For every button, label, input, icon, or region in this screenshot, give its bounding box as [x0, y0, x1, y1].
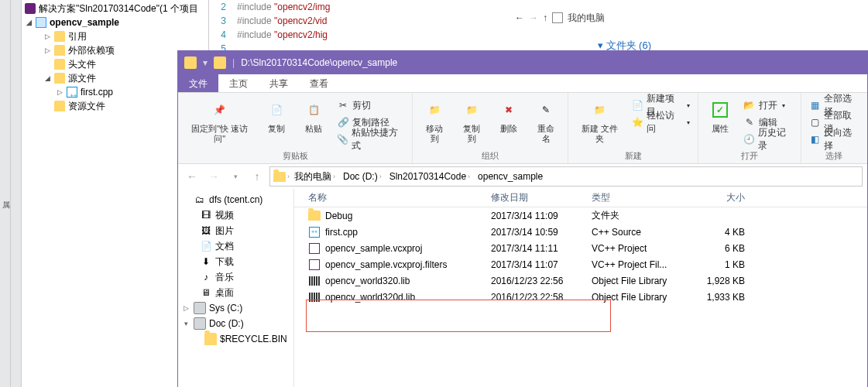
file-name: opencv_world320.lib	[325, 276, 410, 286]
file-icon	[308, 275, 321, 287]
copy-button[interactable]: 📄复制	[259, 96, 293, 135]
open-group-label: 打开	[698, 150, 801, 163]
file-date: 2016/12/23 22:58	[491, 292, 592, 303]
tab-share[interactable]: 共享	[259, 74, 299, 92]
vs-vertical-tab[interactable]: 属	[0, 0, 11, 387]
folder-icon	[54, 31, 65, 42]
moveto-icon: 📁	[422, 98, 447, 122]
collapse-icon[interactable]: ◢	[25, 19, 33, 26]
nav-pictures[interactable]: 🖼图片	[178, 223, 293, 238]
easyaccess-button[interactable]: ⭐轻松访问▾	[629, 115, 693, 130]
delete-button[interactable]: ✖删除	[492, 96, 526, 135]
nav-documents[interactable]: 📄文档	[178, 238, 293, 254]
file-size: 4 KB	[691, 227, 745, 238]
my-pc-label[interactable]: 我的电脑	[568, 12, 605, 25]
col-name[interactable]: 名称	[294, 191, 491, 204]
line-numbers: 2345	[209, 0, 231, 56]
col-type[interactable]: 类型	[592, 191, 691, 204]
address-bar[interactable]: › 我的电脑› Doc (D:)› Sln20170314Code› openc…	[269, 166, 863, 187]
new-group-label: 新建	[568, 150, 698, 163]
newfolder-button[interactable]: 📁新建 文件夹	[573, 96, 626, 146]
list-row[interactable]: ++first.cpp2017/3/14 10:59C++ Source4 KB	[294, 224, 867, 240]
titlebar[interactable]: ▾ | D:\Sln20170314Code\opencv_sample	[178, 51, 867, 74]
bc-sample[interactable]: opencv_sample	[475, 171, 546, 182]
nav-music[interactable]: ♪音乐	[178, 269, 293, 285]
list-row[interactable]: opencv_sample.vcxproj2017/3/14 11:11VC++…	[294, 240, 867, 256]
downloads-icon: ⬇	[200, 255, 212, 268]
bc-mypc[interactable]: 我的电脑›	[291, 170, 338, 183]
checkmark-icon: ✓	[708, 98, 732, 122]
history-button[interactable]: 🕘历史记录	[740, 132, 796, 147]
cpp-icon	[67, 87, 77, 98]
list-row[interactable]: opencv_world320d.lib2016/12/23 22:58Obje…	[294, 289, 867, 305]
references-node[interactable]: ▷引用	[22, 29, 208, 43]
tab-file[interactable]: 文件	[178, 74, 218, 92]
scissors-icon: ✂	[337, 99, 349, 111]
documents-icon: 📄	[200, 240, 212, 252]
col-date[interactable]: 修改日期	[491, 191, 592, 204]
file-icon	[308, 291, 321, 303]
editor-top-nav: ← → ↑ 我的电脑	[515, 9, 605, 26]
newitem-icon: 📄	[632, 99, 643, 111]
clipboard-group-label: 剪贴板	[178, 150, 412, 163]
folder-icon	[214, 57, 226, 69]
titlebar-path: D:\Sln20170314Code\opencv_sample	[241, 57, 397, 68]
file-type: Object File Library	[592, 276, 691, 286]
vs-vertical-util	[11, 0, 22, 387]
copyto-button[interactable]: 📁复制到	[455, 96, 489, 146]
list-header[interactable]: 名称 修改日期 类型 大小	[294, 189, 867, 207]
tab-view[interactable]: 查看	[299, 74, 339, 92]
open-button[interactable]: 📂打开▾	[740, 98, 796, 113]
properties-button[interactable]: ✓属性	[703, 96, 737, 135]
nav-video[interactable]: 🎞视频	[178, 207, 293, 223]
solution-node[interactable]: 解决方案"Sln20170314Code"(1 个项目	[22, 2, 208, 15]
nav-up-icon[interactable]: ↑	[543, 12, 547, 23]
pin-quickaccess-button[interactable]: 📌固定到"快 速访问"	[183, 96, 256, 146]
list-row[interactable]: Debug2017/3/14 11:09文件夹	[294, 207, 867, 224]
edit-icon: ✎	[743, 116, 756, 128]
invert-button[interactable]: ◧反向选择	[806, 132, 863, 147]
nav-dfs[interactable]: 🗂dfs (tcent.cn)	[178, 192, 293, 207]
rename-button[interactable]: ✎重命名	[529, 96, 563, 146]
nav-recycle[interactable]: $RECYCLE.BIN	[178, 331, 293, 347]
nav-back-button[interactable]: ←	[183, 167, 201, 186]
paste-button[interactable]: 📋粘贴	[297, 96, 331, 135]
bc-docd[interactable]: Doc (D:)›	[340, 171, 385, 182]
nav-forward-button[interactable]: →	[204, 167, 223, 186]
cut-button[interactable]: ✂剪切	[334, 98, 407, 113]
file-size: 1,928 KB	[691, 276, 745, 286]
bc-sln[interactable]: Sln20170314Code›	[386, 171, 473, 182]
paste-icon: 📋	[301, 98, 326, 122]
moveto-button[interactable]: 📁移动到	[417, 96, 451, 146]
address-bar-row: ← → ▾ ↑ › 我的电脑› Doc (D:)› Sln20170314Cod…	[178, 164, 867, 189]
list-row[interactable]: opencv_world320.lib2016/12/23 22:56Objec…	[294, 272, 867, 289]
nav-pane: 🗂dfs (tcent.cn) 🎞视频 🖼图片 📄文档 ⬇下载 ♪音乐 🖥桌面 …	[178, 189, 294, 387]
file-size: 1,933 KB	[691, 292, 745, 303]
list-row[interactable]: opencv_sample.vcxproj.filters2017/3/14 1…	[294, 256, 867, 272]
file-name: opencv_world320d.lib	[325, 292, 415, 303]
tab-home[interactable]: 主页	[218, 74, 259, 92]
nav-up-button[interactable]: ↑	[248, 167, 266, 186]
project-icon	[36, 17, 46, 28]
nav-recent-button[interactable]: ▾	[226, 167, 245, 186]
folder-icon	[204, 333, 217, 345]
disk-icon	[194, 302, 206, 314]
video-icon: 🎞	[200, 209, 212, 221]
project-node[interactable]: ◢opencv_sample	[22, 15, 208, 29]
open-icon: 📂	[743, 99, 756, 111]
nav-sysc[interactable]: ▷Sys (C:)	[178, 300, 293, 316]
file-name: opencv_sample.vcxproj	[325, 243, 422, 254]
nav-downloads[interactable]: ⬇下载	[178, 254, 293, 269]
file-date: 2017/3/14 11:11	[491, 243, 592, 254]
nav-fwd-icon[interactable]: →	[529, 12, 538, 23]
nav-docd[interactable]: ▾Doc (D:)	[178, 316, 293, 331]
copy-icon: 📄	[264, 98, 289, 122]
nav-desktop[interactable]: 🖥桌面	[178, 285, 293, 300]
history-icon: 🕘	[743, 133, 755, 146]
nav-back-icon[interactable]: ←	[515, 12, 524, 23]
paste-shortcut-button[interactable]: 📎粘贴快捷方式	[334, 132, 407, 147]
col-size[interactable]: 大小	[691, 191, 745, 204]
solution-label: 解决方案"Sln20170314Code"(1 个项目	[39, 2, 198, 15]
folder-icon	[54, 101, 65, 111]
file-icon	[308, 259, 321, 271]
